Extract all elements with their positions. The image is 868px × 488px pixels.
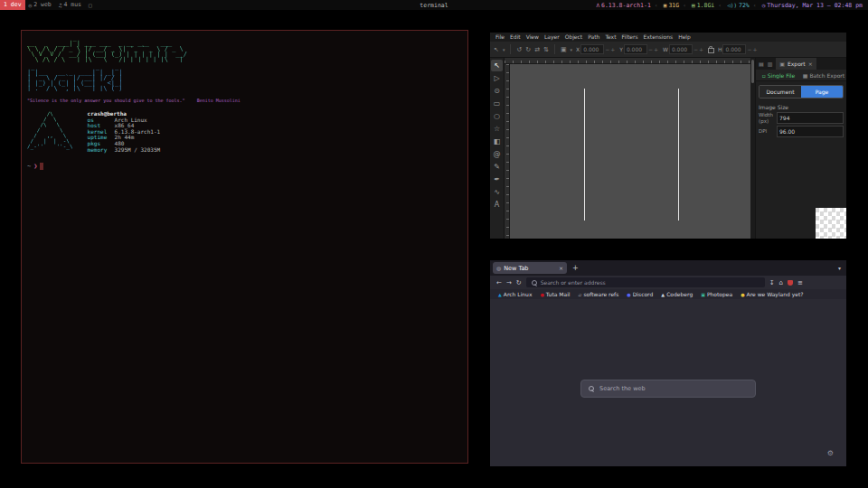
downloads-button[interactable]: ↧ xyxy=(769,279,775,286)
bounding-box-icon[interactable]: ▣ xyxy=(561,46,567,53)
node-tool[interactable]: ▷ xyxy=(491,72,503,84)
calligraphy-tool[interactable]: ∿ xyxy=(491,186,503,198)
bookmark-discord[interactable]: ● Discord xyxy=(627,291,653,297)
h-stepper[interactable]: −+ xyxy=(747,46,758,52)
workspace-tag-dev[interactable]: 1 dev xyxy=(0,0,25,10)
rotate-ccw-icon[interactable]: ↺ xyxy=(516,46,522,53)
url-bar[interactable]: Search or enter address xyxy=(526,277,765,287)
disk-icon: ▣ xyxy=(664,2,667,8)
pencil-tool[interactable]: ✎ xyxy=(491,161,503,173)
web-search-input[interactable]: Search the web xyxy=(580,380,756,398)
workspace-tag-web[interactable]: ◎ 2 web xyxy=(25,0,55,10)
menu-help[interactable]: Help xyxy=(675,33,693,42)
status-modules: Λ 6.13.8-arch1-1 ▣ 31G ▤ 1.8Gi ◁)) 72% ◷… xyxy=(596,2,868,9)
menu-file[interactable]: File xyxy=(493,33,507,42)
ublock-extension-icon[interactable] xyxy=(788,280,793,286)
search-icon xyxy=(589,386,594,391)
workspace-tags: 1 dev ◎ 2 web ♫ 4 mus □ xyxy=(0,0,96,10)
w-stepper[interactable]: −+ xyxy=(693,46,704,52)
inkscape-canvas[interactable] xyxy=(510,64,750,239)
export-width-input[interactable]: 794 xyxy=(777,112,844,124)
ellipse-tool[interactable]: ○ xyxy=(491,110,503,122)
back-button[interactable]: ← xyxy=(496,279,502,286)
menu-object[interactable]: Object xyxy=(562,33,586,42)
close-icon[interactable]: × xyxy=(559,265,563,271)
rect-tool[interactable]: ▭ xyxy=(491,98,503,109)
page-button[interactable]: Page xyxy=(801,86,843,98)
tab-overflow-chevron-icon[interactable]: ▾ xyxy=(838,265,844,271)
workspace-tag-scratch[interactable]: □ xyxy=(85,0,96,10)
selection-mode-icon[interactable]: ↖ xyxy=(494,46,499,53)
scrollbar-thumb[interactable] xyxy=(751,60,754,83)
x-input[interactable]: 0.000 xyxy=(580,44,604,54)
x-stepper[interactable]: −+ xyxy=(605,46,616,52)
menu-view[interactable]: View xyxy=(524,33,542,42)
pen-tool[interactable]: ✒ xyxy=(491,174,503,185)
y-stepper[interactable]: −+ xyxy=(648,46,659,52)
inkscape-window[interactable]: File Edit View Layer Object Path Text Fi… xyxy=(490,33,846,239)
select-tool[interactable]: ↖ xyxy=(491,60,503,71)
chevron-down-icon[interactable]: ▾ xyxy=(503,47,505,52)
dialog-tab-icon-b[interactable]: ▥ xyxy=(768,61,773,67)
menu-extensions[interactable]: Extensions xyxy=(641,33,676,42)
reload-button[interactable]: ↻ xyxy=(516,279,522,286)
clock-icon: ◷ xyxy=(762,2,766,8)
bookmark-tuta-mail[interactable]: ● Tuta Mail xyxy=(540,291,570,297)
tab-new-tab[interactable]: ◍ New Tab × xyxy=(493,262,567,274)
chevron-down-icon[interactable]: ▾ xyxy=(571,47,573,52)
forward-button[interactable]: → xyxy=(506,279,512,286)
arch-favicon-icon: ▲ xyxy=(498,292,502,297)
shell-prompt[interactable]: ~ ❯ xyxy=(27,163,462,170)
volume-text: 72% xyxy=(739,2,750,9)
menu-layer[interactable]: Layer xyxy=(542,33,562,42)
box-3d-tool[interactable]: ◧ xyxy=(491,136,503,147)
dpi-row: DPI 96.00 xyxy=(756,125,846,138)
bookmark-codeberg[interactable]: ▲ Codeberg xyxy=(661,291,693,297)
status-clock: ◷ Thursday, Mar 13 — 02:48 pm xyxy=(750,2,863,9)
lock-ratio-icon[interactable] xyxy=(708,48,714,53)
workspace-tag-mus[interactable]: ♫ 4 mus xyxy=(55,0,85,10)
w-input[interactable]: 0.000 xyxy=(669,44,693,54)
flip-vertical-icon[interactable]: ⇅ xyxy=(543,46,549,53)
inkscape-toolbox: ↖ ▷ ⊙ ▭ ○ ☆ ◧ @ ✎ ✒ ∿ A xyxy=(490,58,505,239)
status-bar: 1 dev ◎ 2 web ♫ 4 mus □ terminal Λ 6.13.… xyxy=(0,0,868,10)
firefox-window[interactable]: ◍ New Tab × + ▾ ← → ↻ Search or enter ad… xyxy=(490,260,846,466)
close-icon[interactable]: × xyxy=(808,61,813,67)
personalize-gear-icon[interactable]: ⚙ xyxy=(827,449,834,457)
y-input[interactable]: 0.000 xyxy=(624,44,647,54)
export-dialog-tab[interactable]: ▣ Export × xyxy=(776,58,816,70)
shape-builder-tool[interactable]: ⊙ xyxy=(491,85,503,97)
flip-horizontal-icon[interactable]: ⇄ xyxy=(534,46,540,53)
menu-path[interactable]: Path xyxy=(585,33,602,42)
terminal-window[interactable]: _ __ ___| | ___ ___ _ __ ___ ___ \ \ /\ … xyxy=(21,30,468,464)
tab-single-file[interactable]: ▫ Single File xyxy=(756,72,801,79)
h-input[interactable]: 0.000 xyxy=(722,44,746,54)
dialog-tab-icon-a[interactable]: ▤ xyxy=(759,61,764,67)
tab-batch-export[interactable]: ▦ Batch Export xyxy=(801,72,846,79)
bookmark-arch-linux[interactable]: ▲ Arch Linux xyxy=(498,291,532,297)
horizontal-ruler[interactable] xyxy=(505,58,750,64)
menu-edit[interactable]: Edit xyxy=(507,33,524,42)
quote-author: Benito Mussolini xyxy=(197,98,241,103)
dock-spacer xyxy=(756,138,846,208)
star-tool[interactable]: ☆ xyxy=(491,123,503,135)
fastfetch-output: /\ / \ /\ \ / \ / ,, \ / | | -\ /_-'' ''… xyxy=(27,111,462,153)
home-button[interactable]: ⌂ xyxy=(779,279,783,286)
export-dpi-input[interactable]: 96.00 xyxy=(777,126,844,137)
text-tool[interactable]: A xyxy=(491,199,503,211)
menu-text[interactable]: Text xyxy=(602,33,618,42)
bookmark-are-we-wayland-yet[interactable]: ● Are we Wayland yet? xyxy=(741,291,803,297)
document-button[interactable]: Document xyxy=(760,86,801,98)
terminal-cursor xyxy=(40,163,43,170)
bookmark-folder-software-refs[interactable]: ▱ software refs xyxy=(579,291,619,297)
menu-button[interactable]: ≡ xyxy=(797,279,803,286)
canvas-scrollbar[interactable] xyxy=(750,58,755,239)
export-preview-thumbnail xyxy=(816,208,846,239)
spiral-tool[interactable]: @ xyxy=(491,148,503,160)
export-area-segment: Document Page xyxy=(759,85,844,99)
bookmark-photopea[interactable]: ▣ Photopea xyxy=(701,291,732,297)
menu-filters[interactable]: Filters xyxy=(619,33,641,42)
new-tab-button[interactable]: + xyxy=(570,264,581,272)
rotate-cw-icon[interactable]: ↻ xyxy=(525,46,531,53)
workspace-label: 2 web xyxy=(33,0,52,10)
